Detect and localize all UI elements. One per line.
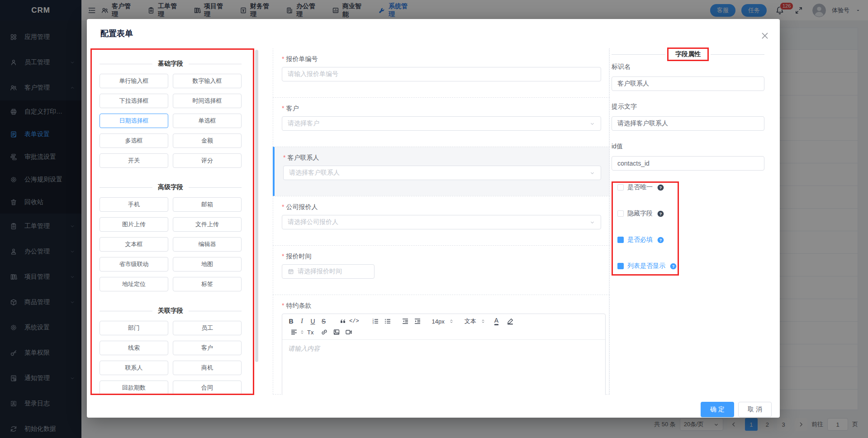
editor-toolbar-button[interactable]: Tx <box>306 327 317 337</box>
field-input[interactable]: 请输入报价单编号 <box>282 67 601 81</box>
editor-toolbar-button[interactable]: S <box>319 316 330 326</box>
editor-toolbar-button[interactable]: 文本 <box>463 316 487 326</box>
svg-text:3: 3 <box>372 322 374 324</box>
editor-toolbar-button[interactable] <box>503 316 515 326</box>
field-input[interactable]: 请选择公司报价人 <box>282 215 601 229</box>
editor-field-block[interactable]: *特约条款 B I U <box>273 295 610 395</box>
cancel-button[interactable]: 取 消 <box>738 402 772 417</box>
editor-toolbar-button[interactable] <box>317 327 329 337</box>
palette-field-button[interactable]: 地图 <box>173 257 242 271</box>
required-asterisk: * <box>282 252 284 260</box>
panel-divider <box>609 48 609 395</box>
field-placeholder: 请选择客户联系人 <box>289 169 340 177</box>
palette-field-button[interactable]: 图片上传 <box>100 217 168 232</box>
olist-icon: 123 <box>372 318 379 325</box>
palette-field-button[interactable]: 单选框 <box>173 114 242 128</box>
props-title: 字段属性 <box>667 48 709 61</box>
question-icon[interactable]: ? <box>657 237 664 243</box>
editor-toolbar-button[interactable]: </> <box>348 316 363 326</box>
form-field-block[interactable]: *报价时间 请选择报价时间 <box>273 245 610 295</box>
required-asterisk: * <box>282 55 284 62</box>
form-field-block[interactable]: *客户 请选择客户 <box>273 97 610 147</box>
checkbox[interactable] <box>617 237 624 243</box>
field-label: 公司报价人 <box>286 203 318 210</box>
palette-field-button[interactable]: 部门 <box>100 321 168 335</box>
palette-field-button[interactable]: 评分 <box>173 153 242 168</box>
question-icon[interactable]: ? <box>657 184 664 191</box>
palette-field-button[interactable]: 邮箱 <box>173 197 242 212</box>
form-field-block[interactable]: *报价单编号 请输入报价单编号 <box>273 48 610 98</box>
prop-label: 提示文字 <box>612 103 764 111</box>
form-blocks: *报价单编号 请输入报价单编号 *客户 请选择客户 <box>273 48 610 295</box>
palette-field-button[interactable]: 数字输入框 <box>173 74 242 88</box>
palette-field-button[interactable]: 单行输入框 <box>100 74 168 88</box>
editor-toolbar-button[interactable] <box>329 327 342 337</box>
required-asterisk: * <box>282 302 284 309</box>
ulist-icon <box>384 318 391 325</box>
palette-field-button[interactable]: 线索 <box>100 341 168 355</box>
palette-field-button[interactable]: 多选框 <box>100 133 168 148</box>
form-field-block[interactable]: *公司报价人 请选择公司报价人 <box>273 196 610 246</box>
field-label: 报价时间 <box>286 252 311 260</box>
palette-field-button[interactable]: 文件上传 <box>173 217 242 232</box>
palette-field-button[interactable]: 标签 <box>173 277 242 291</box>
prop-input[interactable]: 请选择客户联系人 <box>612 116 764 131</box>
palette-field-button[interactable]: 联系人 <box>100 361 168 375</box>
palette-field-button[interactable]: 时间选择框 <box>173 94 242 108</box>
editor-toolbar-button[interactable] <box>398 316 410 326</box>
prop-input[interactable]: 客户联系人 <box>612 76 764 91</box>
palette-field-button[interactable]: 日期选择框 <box>100 114 168 128</box>
palette-field-button[interactable]: 文本框 <box>100 237 168 252</box>
field-input[interactable]: 请选择客户 <box>282 116 601 131</box>
svg-text:?: ? <box>659 238 662 242</box>
editor-toolbar-button[interactable]: I <box>298 316 308 326</box>
palette-field-button[interactable]: 编辑器 <box>173 237 242 252</box>
prop-fields: 标识名 客户联系人 提示文字 请选择客户联系人 id值 contacts_id <box>612 63 764 171</box>
editor-toolbar-button[interactable] <box>287 327 306 337</box>
field-placeholder: 请选择客户 <box>288 119 319 128</box>
required-asterisk: * <box>282 105 284 112</box>
palette-field-button[interactable]: 下拉选择框 <box>100 94 168 108</box>
prop-input[interactable]: contacts_id <box>612 156 764 171</box>
config-form-modal: 配置表单 基础字段 单行输入框 <box>87 19 780 418</box>
palette-field-button[interactable]: 合同 <box>173 381 242 395</box>
palette-field-button[interactable]: 商机 <box>173 361 242 375</box>
palette-field-button[interactable]: 员工 <box>173 321 242 335</box>
palette-field-button[interactable]: 金额 <box>173 133 242 148</box>
editor-toolbar-button[interactable] <box>336 316 348 326</box>
field-input[interactable]: 请选择客户联系人 <box>283 166 601 180</box>
editor-toolbar-button[interactable] <box>380 316 393 326</box>
form-field-block[interactable]: *客户联系人 请选择客户联系人 <box>273 147 610 196</box>
checkbox[interactable] <box>617 210 624 217</box>
editor-toolbar-button[interactable]: A <box>492 316 503 326</box>
required-asterisk: * <box>282 203 284 210</box>
chevron-down-icon <box>589 219 595 225</box>
palette-field-button[interactable]: 地址定位 <box>100 277 168 291</box>
editor-toolbar-button[interactable]: 123 <box>368 316 380 326</box>
editor-toolbar-button[interactable]: B <box>287 316 298 326</box>
editor-toolbar-button[interactable]: U <box>308 316 319 326</box>
palette-scrollbar[interactable] <box>255 50 258 362</box>
palette-field-button[interactable]: 客户 <box>173 341 242 355</box>
editor-toolbar-button[interactable]: 14px <box>431 316 455 326</box>
palette-field-button[interactable]: 手机 <box>100 197 168 212</box>
editor-toolbar-button[interactable] <box>410 316 422 326</box>
checkbox-label: 列表是否显示 <box>627 262 665 270</box>
question-icon[interactable]: ? <box>670 263 677 270</box>
palette-field-button[interactable]: 开关 <box>100 153 168 168</box>
required-asterisk: * <box>283 154 285 161</box>
question-icon[interactable]: ? <box>657 210 664 217</box>
editor-placeholder[interactable]: 请输入内容 <box>282 340 605 358</box>
modal-title: 配置表单 <box>100 28 133 39</box>
palette-section-header: 基础字段 <box>100 59 242 68</box>
field-input[interactable]: 请选择报价时间 <box>282 264 375 279</box>
checkbox[interactable] <box>617 184 624 190</box>
editor-toolbar-button[interactable] <box>342 327 354 337</box>
close-icon[interactable] <box>761 32 769 40</box>
palette-field-button[interactable]: 回款期数 <box>100 381 168 395</box>
confirm-button[interactable]: 确 定 <box>701 402 734 417</box>
editor-toolbar-row2: Tx <box>282 326 605 340</box>
palette-field-button[interactable]: 省市级联动 <box>100 257 168 271</box>
checkbox[interactable] <box>617 263 624 269</box>
form-designer-panel: *报价单编号 请输入报价单编号 *客户 请选择客户 <box>273 48 610 395</box>
